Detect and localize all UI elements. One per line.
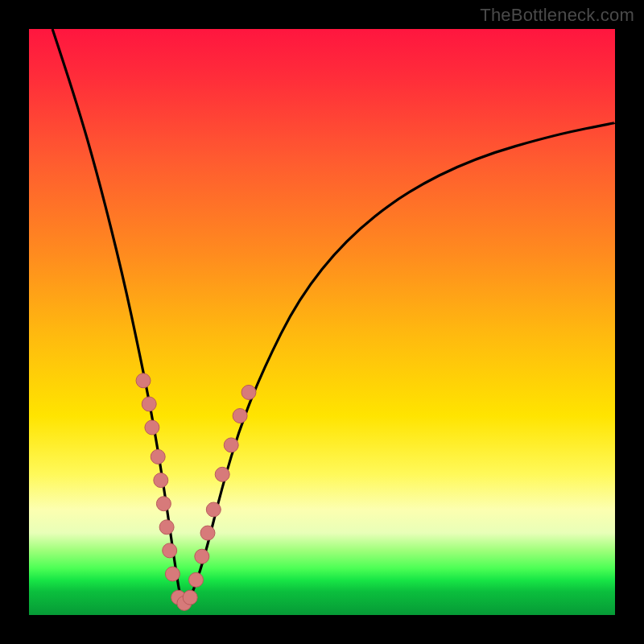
bottleneck-curve [29, 29, 615, 615]
data-marker [136, 374, 151, 388]
data-marker [156, 497, 171, 511]
data-marker [224, 438, 238, 452]
data-marker [242, 385, 256, 399]
chart-frame: TheBottleneck.com [0, 0, 644, 644]
curve-line [52, 29, 615, 603]
data-marker [189, 572, 204, 587]
data-marker [154, 473, 168, 488]
data-marker [142, 397, 156, 411]
data-marker [195, 549, 209, 564]
data-marker [159, 520, 174, 535]
data-marker [165, 567, 180, 581]
plot-area [29, 29, 615, 615]
data-marker [145, 420, 159, 435]
data-marker [163, 543, 177, 558]
data-marker [233, 409, 247, 423]
curve-markers [136, 374, 256, 611]
data-marker [215, 467, 229, 481]
watermark-text: TheBottleneck.com [480, 5, 634, 26]
data-marker [183, 590, 197, 605]
data-marker [200, 526, 215, 540]
data-marker [206, 502, 221, 517]
data-marker [151, 449, 165, 464]
